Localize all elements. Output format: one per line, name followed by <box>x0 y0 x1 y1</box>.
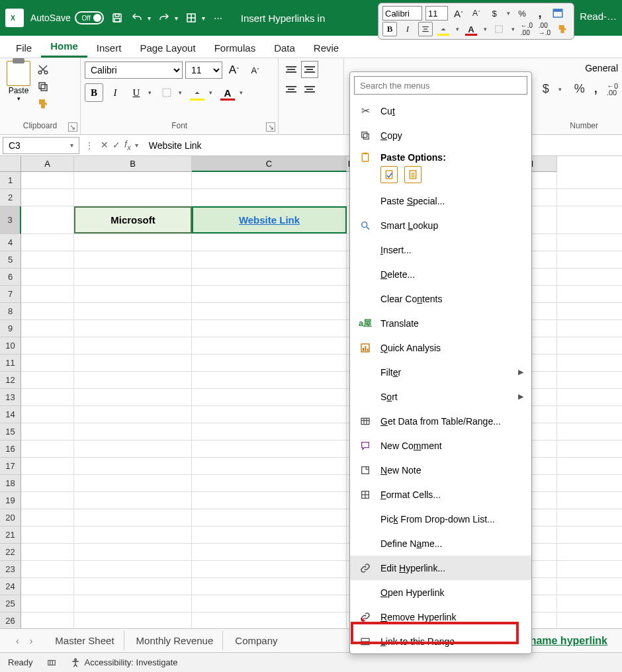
cell-A10[interactable] <box>21 337 74 354</box>
align-top-icon[interactable] <box>283 61 300 78</box>
row-header-19[interactable]: 19 <box>0 492 21 509</box>
bold-button[interactable]: B <box>382 22 397 36</box>
cell-B1[interactable] <box>74 172 192 189</box>
tab-formulas[interactable]: Formulas <box>205 38 265 58</box>
cell-B5[interactable] <box>74 251 192 268</box>
row-header-20[interactable]: 20 <box>0 509 21 526</box>
grid-icon[interactable] <box>185 11 198 24</box>
menu-insert[interactable]: Insert... <box>350 237 531 262</box>
cell-A16[interactable] <box>21 441 74 457</box>
menu-paste-special[interactable]: Paste Special... <box>350 189 531 213</box>
cell-B17[interactable] <box>74 458 192 474</box>
cell-C17[interactable] <box>192 458 347 474</box>
underline-dropdown-icon[interactable]: ▾ <box>148 89 155 96</box>
autosave-toggle[interactable]: AutoSave Off <box>30 11 104 24</box>
cell-B21[interactable] <box>74 526 192 543</box>
currency-dropdown-icon[interactable]: ▾ <box>558 86 565 93</box>
menu-translate[interactable]: a屋 Translate <box>350 311 531 335</box>
sheet-tab-highlight[interactable]: name hyperlink <box>530 635 617 647</box>
paste-button[interactable]: Paste ▾ <box>4 61 33 102</box>
font-color-icon[interactable]: A <box>464 22 478 36</box>
cell-B24[interactable] <box>74 578 192 595</box>
row-header-10[interactable]: 10 <box>0 337 21 355</box>
row-header-1[interactable]: 1 <box>0 172 21 189</box>
sheet-tab-revenue[interactable]: Monthly Revenue <box>127 631 224 650</box>
redo-icon[interactable] <box>157 11 171 24</box>
menu-clear-contents[interactable]: Clear Contents <box>350 286 531 311</box>
copy-icon[interactable] <box>36 79 50 94</box>
redo-dropdown-icon[interactable]: ▾ <box>175 15 178 22</box>
cell-C23[interactable] <box>192 561 347 577</box>
save-icon[interactable] <box>111 11 124 24</box>
cell-C20[interactable] <box>192 509 347 526</box>
increase-decimal-icon[interactable]: ←.0.00 <box>519 22 534 36</box>
cell-C13[interactable] <box>192 389 347 405</box>
cell-C2[interactable] <box>192 189 347 206</box>
cell-B3[interactable]: Microsoft <box>74 206 192 233</box>
font-launcher-icon[interactable]: ↘ <box>266 122 275 132</box>
menu-pick-dropdown[interactable]: Pick From Drop-down List... <box>350 507 531 531</box>
cell-C14[interactable] <box>192 406 347 423</box>
menu-cut[interactable]: ✂ Cut <box>350 99 531 123</box>
increase-decimal-icon[interactable]: ←0.00 <box>607 83 618 96</box>
cell-B2[interactable] <box>74 189 192 206</box>
cell-C26[interactable] <box>192 612 347 629</box>
cancel-icon[interactable]: ✕ <box>101 140 109 150</box>
fill-color-button[interactable] <box>188 83 206 102</box>
cell-A3[interactable] <box>21 206 74 233</box>
cell-B4[interactable] <box>74 234 192 251</box>
cell-A23[interactable] <box>21 561 74 577</box>
cell-A26[interactable] <box>21 612 74 629</box>
cell-C5[interactable] <box>192 251 347 268</box>
cell-A25[interactable] <box>21 595 74 612</box>
increase-font-icon[interactable]: A˄ <box>451 6 466 21</box>
cell-B8[interactable] <box>74 303 192 319</box>
cell-B26[interactable] <box>74 612 192 629</box>
cell-A17[interactable] <box>21 458 74 474</box>
align-middle-icon[interactable] <box>301 61 318 78</box>
cell-B11[interactable] <box>74 355 192 371</box>
sheet-next-icon[interactable]: › <box>30 636 33 646</box>
paste-option-2[interactable] <box>404 166 422 183</box>
row-header-3[interactable]: 3 <box>0 206 21 234</box>
sheet-prev-icon[interactable]: ‹ <box>16 636 19 646</box>
cell-C11[interactable] <box>192 355 347 371</box>
tab-page-layout[interactable]: Page Layout <box>130 38 204 58</box>
row-header-26[interactable]: 26 <box>0 612 21 630</box>
cell-C4[interactable] <box>192 234 347 251</box>
currency-dropdown-icon[interactable]: ▾ <box>505 6 511 21</box>
cell-A1[interactable] <box>21 172 74 189</box>
cell-C7[interactable] <box>192 286 347 302</box>
row-header-7[interactable]: 7 <box>0 286 21 303</box>
cell-B9[interactable] <box>74 320 192 337</box>
cell-C9[interactable] <box>192 320 347 337</box>
shrink-font-icon[interactable]: A˅ <box>246 61 265 79</box>
cell-C3[interactable]: Website Link <box>192 206 347 233</box>
menu-edit-hyperlink[interactable]: Edit Hyperlink... <box>350 556 531 580</box>
undo-dropdown-icon[interactable]: ▾ <box>148 15 151 22</box>
tab-insert[interactable]: Insert <box>87 38 131 58</box>
mini-font-name[interactable] <box>382 6 422 21</box>
cell-C8[interactable] <box>192 303 347 319</box>
cell-A14[interactable] <box>21 406 74 423</box>
align-center-icon[interactable] <box>301 81 318 98</box>
cell-C10[interactable] <box>192 337 347 354</box>
menu-define-name[interactable]: Define Name... <box>350 531 531 556</box>
tab-review[interactable]: Revie <box>304 38 348 58</box>
tab-home[interactable]: Home <box>41 36 87 58</box>
underline-button[interactable]: U <box>127 83 146 102</box>
row-header-9[interactable]: 9 <box>0 320 21 337</box>
percent-icon[interactable]: % <box>515 6 529 21</box>
italic-button[interactable]: I <box>400 22 415 36</box>
cell-A12[interactable] <box>21 372 74 388</box>
menu-get-data[interactable]: Get Data from Table/Range... <box>350 409 531 433</box>
cell-A6[interactable] <box>21 269 74 285</box>
comma-icon[interactable]: , <box>533 6 547 21</box>
border-dropdown-icon[interactable]: ▾ <box>510 22 516 36</box>
cell-A24[interactable] <box>21 578 74 595</box>
cell-A11[interactable] <box>21 355 74 371</box>
stats-icon[interactable] <box>46 658 57 667</box>
cell-C19[interactable] <box>192 492 347 509</box>
menu-filter[interactable]: Filter▶ <box>350 360 531 384</box>
border-icon[interactable] <box>492 22 506 36</box>
